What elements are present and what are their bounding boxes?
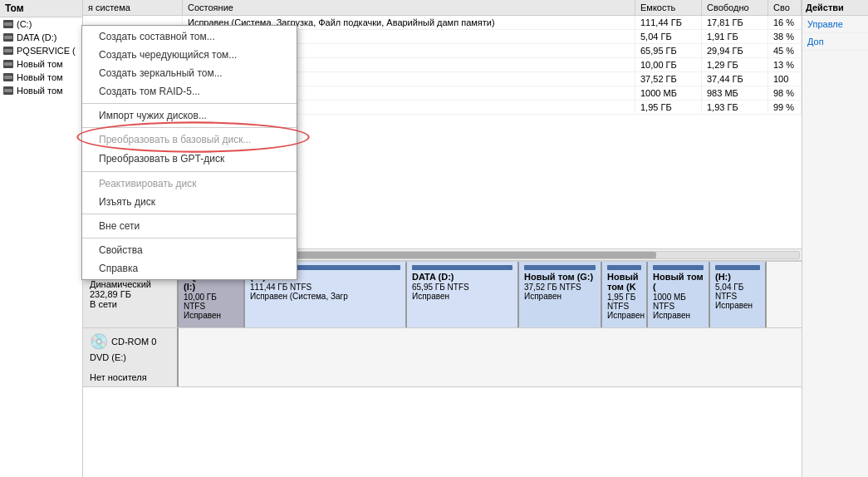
- partition-h[interactable]: (H:) 5,04 ГБ NTFS Исправен: [710, 262, 767, 327]
- menu-convert-basic: Преобразовать в базовый диск...: [82, 130, 297, 149]
- volume-item-new3[interactable]: Новый том: [0, 84, 82, 97]
- cell-free-0: 17,81 ГБ: [702, 16, 768, 29]
- cell-cap-5: 1000 МБ: [635, 86, 702, 100]
- cell-pct-4: 100: [768, 72, 802, 86]
- volume-list: Том (C:) DATA (D:) PQSERVICE ( Новый том…: [0, 0, 83, 477]
- partition-size-g: 37,52 ГБ NTFS: [524, 283, 596, 292]
- partition-name-mb: Новый том (: [653, 272, 704, 292]
- partition-size-k: 1,95 ГБ NTFS: [607, 293, 641, 311]
- volume-item-pqservice[interactable]: PQSERVICE (: [0, 44, 82, 57]
- partition-bar-h: [715, 265, 760, 270]
- partition-g[interactable]: Новый том (G:) 37,52 ГБ NTFS Исправен: [519, 262, 602, 327]
- volume-item-data[interactable]: DATA (D:): [0, 31, 82, 44]
- disk-icon: [3, 33, 13, 42]
- action-manage[interactable]: Управле: [802, 16, 868, 33]
- menu-offline[interactable]: Вне сети: [82, 217, 297, 235]
- partition-bar-mb: [653, 265, 704, 270]
- partition-bar-k: [607, 265, 641, 270]
- volume-item-new2[interactable]: Новый том: [0, 71, 82, 84]
- volume-list-header: Том: [0, 0, 82, 17]
- partition-k[interactable]: Новый том (K 1,95 ГБ NTFS Исправен: [602, 262, 648, 327]
- volume-label-data: DATA (D:): [17, 32, 56, 42]
- disk-icon: [3, 60, 13, 68]
- menu-sep-1: [82, 103, 297, 104]
- cell-free-4: 37,44 ГБ: [702, 72, 768, 86]
- col-capacity[interactable]: Емкость: [635, 0, 702, 15]
- col-filesys[interactable]: я система: [83, 0, 183, 15]
- partition-size-c: 111,44 ГБ NTFS: [250, 283, 400, 292]
- menu-sep-5: [82, 238, 297, 238]
- cdrom0-type: DVD (E:): [90, 352, 170, 362]
- menu-reactivate: Реактивировать диск: [82, 175, 297, 193]
- partition-name-h: (H:): [715, 272, 760, 282]
- cell-cap-0: 111,44 ГБ: [635, 16, 702, 29]
- cdrom0-status: Нет носителя: [90, 372, 170, 382]
- cell-pct-5: 98 %: [768, 86, 802, 100]
- volume-label-new3: Новый том: [17, 86, 63, 96]
- cdrom0-info: 💿 CD-ROM 0 DVD (E:) Нет носителя: [83, 328, 179, 386]
- volume-label-c: (C:): [17, 19, 32, 29]
- menu-sep-3: [82, 171, 297, 172]
- cell-cap-4: 37,52 ГБ: [635, 72, 702, 86]
- col-free[interactable]: Свободно: [702, 0, 768, 15]
- partition-size-mb: 1000 МБ NTFS: [653, 293, 704, 311]
- menu-create-mirror[interactable]: Создать зеркальный том...: [82, 64, 297, 82]
- cell-cap-3: 10,00 ГБ: [635, 58, 702, 71]
- cdrom-icon: 💿: [90, 332, 108, 351]
- cell-free-3: 1,29 ГБ: [702, 58, 768, 71]
- partition-mb[interactable]: Новый том ( 1000 МБ NTFS Исправен: [648, 262, 710, 327]
- partition-bar-g: [524, 265, 596, 270]
- partition-data[interactable]: DATA (D:) 65,95 ГБ NTFS Исправен: [407, 262, 519, 327]
- partition-bar-data: [412, 265, 512, 270]
- volume-item-new1[interactable]: Новый том: [0, 57, 82, 71]
- context-menu: Создать составной том... Создать чередую…: [81, 25, 297, 280]
- disk-icon: [3, 47, 13, 55]
- cell-pct-2: 45 %: [768, 44, 802, 57]
- disk-icon: [3, 86, 13, 95]
- volume-item-c[interactable]: (C:): [0, 17, 82, 31]
- cell-cap-6: 1,95 ГБ: [635, 101, 702, 114]
- partition-name-k: Новый том (K: [607, 272, 641, 292]
- volume-label-new1: Новый том: [17, 59, 63, 69]
- cdrom0-title: CD-ROM 0: [111, 337, 156, 347]
- volume-label-new2: Новый том: [17, 72, 63, 82]
- col-state[interactable]: Состояние: [183, 0, 635, 15]
- partition-size-h: 5,04 ГБ NTFS: [715, 283, 760, 301]
- disk-icon: [3, 73, 13, 81]
- partition-status-pqservice: Исправен: [184, 311, 238, 320]
- partition-status-k: Исправен: [607, 311, 641, 320]
- menu-properties[interactable]: Свойства: [82, 241, 297, 259]
- disk0-status: В сети: [90, 299, 170, 309]
- volume-label-pq: PQSERVICE (: [17, 46, 76, 56]
- partition-status-g: Исправен: [524, 292, 596, 301]
- action-more[interactable]: Доп: [802, 33, 868, 51]
- menu-remove-disk[interactable]: Изъять диск: [82, 193, 297, 211]
- cell-cap-1: 5,04 ГБ: [635, 30, 702, 43]
- cell-pct-3: 13 %: [768, 58, 802, 71]
- action-panel: Действи Управле Доп: [802, 0, 868, 477]
- disk0-size: 232,89 ГБ: [90, 289, 170, 299]
- disk-icon: [3, 20, 13, 28]
- partition-status-h: Исправен: [715, 301, 760, 310]
- table-header: я система Состояние Емкость Свободно Сво: [83, 0, 802, 16]
- cell-free-6: 1,93 ГБ: [702, 101, 768, 114]
- cdrom0-partitions: [179, 328, 802, 386]
- cell-free-5: 983 МБ: [702, 86, 768, 100]
- partition-name-data: DATA (D:): [412, 272, 512, 282]
- menu-convert-gpt[interactable]: Преобразовать в GPT-диск: [82, 149, 297, 169]
- menu-create-composite[interactable]: Создать составной том...: [82, 27, 297, 46]
- partition-status-mb: Исправен: [653, 311, 704, 320]
- menu-import-disks[interactable]: Импорт чужих дисков...: [82, 106, 297, 125]
- action-panel-header: Действи: [802, 0, 868, 16]
- disk0-type: Динамический: [90, 279, 170, 289]
- partition-status-c: Исправен (Система, Загр: [250, 292, 400, 301]
- cell-cap-2: 65,95 ГБ: [635, 44, 702, 57]
- menu-create-striped[interactable]: Создать чередующийся том...: [82, 46, 297, 64]
- menu-sep-4: [82, 214, 297, 214]
- menu-help[interactable]: Справка: [82, 259, 297, 278]
- cell-free-2: 29,94 ГБ: [702, 44, 768, 57]
- menu-create-raid5[interactable]: Создать том RAID-5...: [82, 82, 297, 101]
- col-free-pct[interactable]: Сво: [768, 0, 802, 15]
- cell-free-1: 1,91 ГБ: [702, 30, 768, 43]
- cell-pct-0: 16 %: [768, 16, 802, 29]
